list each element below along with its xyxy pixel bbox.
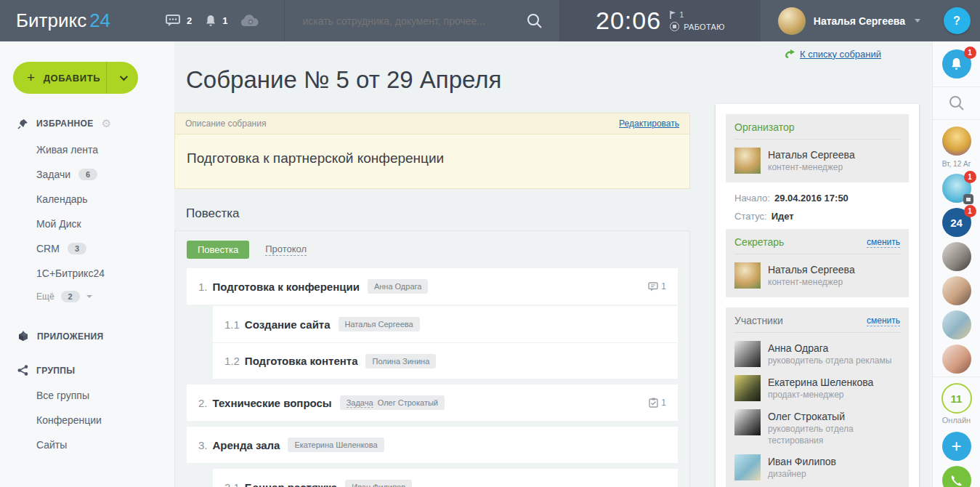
online-label: Онлайн — [942, 416, 971, 424]
participant-row[interactable]: Иван Филиповдизайнер — [734, 454, 900, 480]
flag-icon — [670, 11, 676, 19]
search-icon[interactable] — [526, 12, 543, 30]
tab-protocol[interactable]: Протокол — [265, 244, 307, 256]
add-button[interactable]: + ДОБАВИТЬ — [13, 62, 138, 94]
topbar: Битрикс24 2 1 20:06 1 — [0, 0, 980, 41]
task-link[interactable]: Задача — [347, 398, 373, 408]
participants-block: Участники сменить Анна Одрагаруководител… — [726, 307, 909, 487]
sidebar-item-tasks[interactable]: Задачи6 — [0, 162, 174, 187]
online-counter[interactable]: 11 — [941, 383, 972, 414]
status-value: Идет — [772, 211, 794, 222]
plus-icon: + — [27, 70, 36, 86]
agenda-title: Аренда зала — [213, 439, 280, 451]
chat-contact-avatar[interactable] — [942, 126, 971, 156]
chat-icon[interactable] — [166, 15, 181, 27]
participant-row[interactable]: Екатерина Шеленковапродакт-менеджер — [734, 375, 900, 401]
organizer-person[interactable]: Наталья Сергеева контент-менеджер — [734, 148, 900, 174]
sidebar-more[interactable]: Ещё 2 — [0, 286, 174, 307]
sidebar-item-label: Мой Диск — [36, 218, 81, 230]
chat-contact-avatar[interactable] — [942, 276, 971, 305]
sidebar-item-conferences[interactable]: Конференции — [0, 408, 174, 432]
agenda-row[interactable]: 1.1 Создание сайта Наталья Сергеева — [213, 306, 678, 342]
secretary-block: Секретарь сменить Наталья Сергеева конте… — [726, 229, 909, 297]
avatar — [734, 262, 761, 289]
favorites-header[interactable]: ИЗБРАННОЕ ⚙ — [0, 117, 174, 130]
sidebar-item-crm[interactable]: CRM3 — [0, 236, 174, 261]
meeting-description-panel: Описание собрания Редактировать Подготов… — [174, 113, 690, 189]
user-name: Наталья Сергеева — [814, 15, 905, 27]
user-menu[interactable]: Наталья Сергеева — [761, 7, 934, 35]
avatar — [734, 341, 761, 367]
secretary-person[interactable]: Наталья Сергеева контент-менеджер — [734, 262, 900, 289]
sidebar-item-label: Сайты — [36, 439, 67, 451]
sidebar-item-1c-bitrix24[interactable]: 1С+Битрикс24 — [0, 261, 174, 286]
person-name: Наталья Сергеева — [768, 264, 855, 275]
sidebar-item-calendar[interactable]: Календарь — [0, 187, 174, 212]
back-to-meetings-link[interactable]: К списку собраний — [785, 49, 881, 60]
groups-header-label: ГРУППЫ — [36, 366, 76, 376]
agenda-title: Подготовка контента — [245, 355, 358, 367]
chat-contact-avatar[interactable]: 1 — [942, 174, 971, 203]
tab-agenda[interactable]: Повестка — [187, 241, 249, 259]
sidebar-item-my-disk[interactable]: Мой Диск — [0, 212, 174, 236]
responsible-badge: Наталья Сергеева — [339, 317, 420, 331]
chat-date-label: Вт, 12 Аг — [942, 160, 971, 168]
stop-status-icon[interactable] — [670, 22, 679, 31]
bitrix24-channel-button[interactable]: 24 1 — [942, 208, 971, 237]
invite-add-button[interactable]: + — [942, 432, 971, 461]
comments-counter[interactable]: 1 — [648, 281, 666, 291]
organizer-block: Организатор Наталья Сергеева контент-мен… — [726, 114, 909, 182]
tasks-counter[interactable]: 1 — [649, 398, 666, 408]
edit-link[interactable]: Редактировать — [619, 118, 679, 129]
time-status-block[interactable]: 20:06 1 РАБОТАЮ — [560, 0, 761, 41]
app-logo[interactable]: Битрикс24 — [0, 9, 166, 32]
person-name: Олег Строкатый — [768, 411, 900, 422]
chat-contact-avatar[interactable] — [942, 345, 971, 374]
sidebar-item-all-groups[interactable]: Все группы — [0, 383, 174, 408]
person-role: руководитель отдела тестирования — [768, 424, 900, 446]
search-input[interactable] — [301, 15, 525, 28]
page-title: Собрание № 5 от 29 Апреля — [186, 66, 932, 94]
agenda-row[interactable]: 3.1 Баннер растяжка Иван Филипов — [213, 469, 678, 487]
agenda-row[interactable]: 1. Подготовка к конференции Анна Одрага … — [187, 268, 678, 305]
change-participants-link[interactable]: сменить — [867, 315, 900, 326]
start-value: 29.04.2016 17:50 — [774, 193, 849, 204]
more-count-badge: 2 — [61, 291, 80, 302]
agenda-row[interactable]: 3. Аренда зала Екатерина Шеленкова — [187, 427, 678, 463]
sidebar-item-sites[interactable]: Сайты — [0, 432, 174, 457]
apps-box-icon — [17, 331, 29, 342]
online-count: 11 — [951, 393, 963, 405]
change-secretary-link[interactable]: сменить — [867, 237, 900, 248]
search-icon[interactable] — [948, 94, 965, 112]
cloud-icon[interactable] — [240, 15, 259, 28]
share-icon — [17, 365, 28, 376]
notifications-button[interactable]: 1 — [942, 49, 971, 79]
status-label: Статус: — [734, 211, 767, 222]
groups-header[interactable]: ГРУППЫ — [0, 365, 174, 376]
bell-icon[interactable] — [205, 15, 216, 27]
clipboard-check-icon — [649, 398, 658, 408]
responsible-badge: Екатерина Шеленкова — [288, 438, 384, 452]
apps-header[interactable]: ПРИЛОЖЕНИЯ — [0, 331, 174, 342]
gear-icon[interactable]: ⚙ — [102, 117, 112, 130]
responsible-badge: Полина Зинина — [365, 354, 436, 369]
agenda-row[interactable]: 2. Технические вопросы Задача Олег Строк… — [187, 385, 678, 421]
chat-contact-avatar[interactable] — [942, 310, 971, 339]
sidebar-item-live-feed[interactable]: Живая лента — [0, 137, 174, 162]
participants-header: Участники — [734, 315, 783, 326]
chat-contact-avatar[interactable] — [942, 242, 971, 271]
clock-time: 20:06 — [596, 7, 661, 35]
meeting-info-card: Организатор Наталья Сергеева контент-мен… — [716, 104, 919, 487]
person-role: руководитель отдела рекламы — [768, 355, 891, 367]
avatar — [734, 375, 761, 401]
add-button-dropdown[interactable] — [106, 62, 138, 94]
secretary-header: Секретарь — [734, 236, 784, 248]
participant-row[interactable]: Олег Строкатыйруководитель отдела тестир… — [734, 409, 900, 446]
bell-icon — [950, 57, 963, 71]
avatar — [734, 454, 761, 480]
phone-icon — [949, 474, 963, 487]
help-button[interactable]: ? — [944, 7, 971, 34]
phone-call-button[interactable] — [942, 466, 971, 487]
participant-row[interactable]: Анна Одрагаруководитель отдела рекламы — [734, 341, 900, 367]
agenda-row[interactable]: 1.2 Подготовка контента Полина Зинина — [213, 342, 678, 379]
